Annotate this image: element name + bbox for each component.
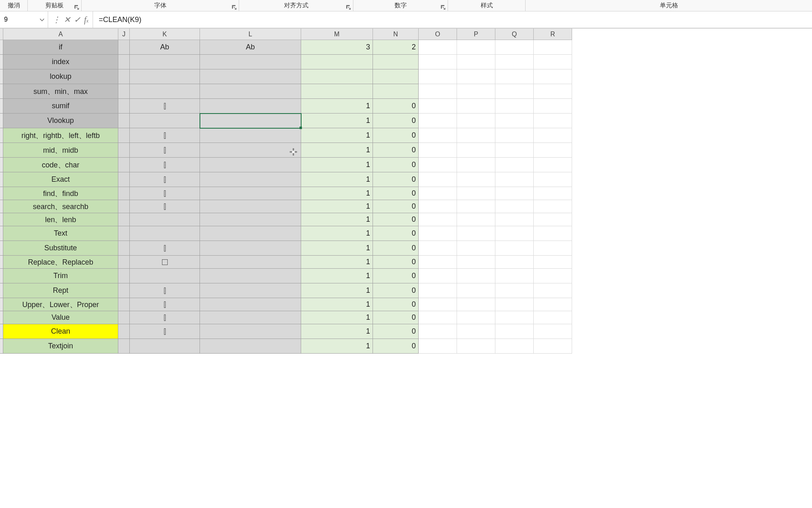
cell-J[interactable]: [118, 114, 130, 128]
cell-blank[interactable]: [534, 40, 572, 55]
cell-K[interactable]: [130, 114, 200, 128]
cell-A[interactable]: Text: [3, 226, 118, 241]
cell-N[interactable]: 0: [373, 226, 419, 241]
cell-blank[interactable]: [495, 324, 534, 339]
cell-K[interactable]: [130, 187, 200, 200]
ribbon-group-cell[interactable]: 单元格: [526, 0, 812, 11]
cell-M[interactable]: 1: [301, 311, 373, 324]
col-header-O[interactable]: O: [419, 29, 457, 40]
cell-J[interactable]: [118, 226, 130, 241]
ribbon-group-align[interactable]: 对齐方式: [239, 0, 353, 11]
row-header[interactable]: [0, 55, 3, 69]
cell-J[interactable]: [118, 172, 130, 187]
cell-blank[interactable]: [534, 172, 572, 187]
cell-J[interactable]: [118, 324, 130, 339]
cell-blank[interactable]: [534, 339, 572, 354]
cell-N[interactable]: 0: [373, 339, 419, 354]
cell-L[interactable]: [200, 256, 301, 269]
cell-blank[interactable]: [457, 226, 495, 241]
cell-N[interactable]: 0: [373, 283, 419, 298]
row-header[interactable]: [0, 200, 3, 213]
cell-M[interactable]: 1: [301, 213, 373, 226]
cell-K[interactable]: [130, 339, 200, 354]
cell-A[interactable]: code、char: [3, 158, 118, 172]
cell-M[interactable]: 1: [301, 114, 373, 128]
cell-L[interactable]: [200, 298, 301, 311]
row-header[interactable]: [0, 114, 3, 128]
cell-J[interactable]: [118, 158, 130, 172]
cell-L[interactable]: [200, 55, 301, 69]
cell-L[interactable]: [200, 84, 301, 99]
cell-N[interactable]: 0: [373, 200, 419, 213]
cell-J[interactable]: [118, 187, 130, 200]
cell-blank[interactable]: [534, 128, 572, 143]
cell-M[interactable]: 1: [301, 256, 373, 269]
ribbon-group-font[interactable]: 字体: [82, 0, 239, 11]
ribbon-group-clipboard[interactable]: 剪贴板: [28, 0, 82, 11]
cell-blank[interactable]: [457, 128, 495, 143]
cell-A[interactable]: Trim: [3, 269, 118, 283]
cell-N[interactable]: [373, 55, 419, 69]
cell-A[interactable]: right、rightb、left、leftb: [3, 128, 118, 143]
ribbon-group-style[interactable]: 样式: [448, 0, 526, 11]
cell-blank[interactable]: [495, 158, 534, 172]
row-header[interactable]: [0, 158, 3, 172]
cell-blank[interactable]: [495, 311, 534, 324]
cell-L[interactable]: [200, 172, 301, 187]
cell-blank[interactable]: [457, 256, 495, 269]
row-header[interactable]: [0, 128, 3, 143]
cell-L[interactable]: [200, 158, 301, 172]
dialog-launcher-icon[interactable]: [231, 4, 237, 10]
cell-M[interactable]: 1: [301, 143, 373, 158]
cell-blank[interactable]: [495, 40, 534, 55]
cell-M[interactable]: 1: [301, 226, 373, 241]
col-header-P[interactable]: P: [457, 29, 495, 40]
cell-blank[interactable]: [419, 187, 457, 200]
cell-J[interactable]: [118, 256, 130, 269]
cell-J[interactable]: [118, 200, 130, 213]
cell-A[interactable]: Replace、Replaceb: [3, 256, 118, 269]
cell-blank[interactable]: [419, 226, 457, 241]
cell-L[interactable]: [200, 213, 301, 226]
cell-L[interactable]: [200, 143, 301, 158]
cancel-formula-icon[interactable]: ✕: [64, 15, 71, 25]
cell-N[interactable]: 0: [373, 311, 419, 324]
cell-N[interactable]: [373, 69, 419, 84]
col-header-A[interactable]: A: [3, 29, 118, 40]
cell-J[interactable]: [118, 241, 130, 256]
select-all-corner[interactable]: [0, 29, 3, 40]
cell-L[interactable]: [200, 241, 301, 256]
cell-blank[interactable]: [495, 283, 534, 298]
cell-blank[interactable]: [457, 241, 495, 256]
col-header-M[interactable]: M: [301, 29, 373, 40]
cell-A[interactable]: sumif: [3, 99, 118, 114]
cell-K[interactable]: [130, 69, 200, 84]
cell-blank[interactable]: [457, 298, 495, 311]
cell-M[interactable]: 1: [301, 158, 373, 172]
cell-J[interactable]: [118, 84, 130, 99]
cell-K[interactable]: [130, 158, 200, 172]
cell-A[interactable]: search、searchb: [3, 200, 118, 213]
row-header[interactable]: [0, 172, 3, 187]
cell-A[interactable]: if: [3, 40, 118, 55]
cell-blank[interactable]: [495, 269, 534, 283]
row-header[interactable]: [0, 69, 3, 84]
row-header[interactable]: [0, 269, 3, 283]
cell-K[interactable]: Ab: [130, 40, 200, 55]
cell-blank[interactable]: [495, 200, 534, 213]
cell-blank[interactable]: [495, 226, 534, 241]
cell-L[interactable]: [200, 269, 301, 283]
dialog-launcher-icon[interactable]: [346, 4, 351, 10]
cell-L[interactable]: [200, 324, 301, 339]
cell-blank[interactable]: [495, 172, 534, 187]
cell-L[interactable]: [200, 311, 301, 324]
dialog-launcher-icon[interactable]: [440, 4, 446, 10]
cell-M[interactable]: 1: [301, 269, 373, 283]
cell-blank[interactable]: [419, 241, 457, 256]
cell-J[interactable]: [118, 99, 130, 114]
cell-blank[interactable]: [457, 187, 495, 200]
cell-M[interactable]: 1: [301, 241, 373, 256]
cell-blank[interactable]: [495, 128, 534, 143]
cell-blank[interactable]: [495, 114, 534, 128]
cell-blank[interactable]: [457, 269, 495, 283]
